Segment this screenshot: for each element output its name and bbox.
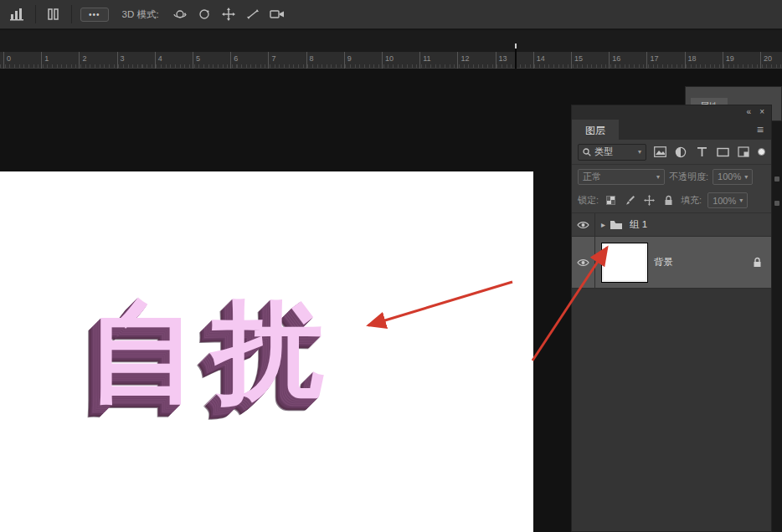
- ruler-cursor-marker: [515, 47, 517, 69]
- filter-icon-group: [652, 146, 751, 159]
- horizontal-ruler[interactable]: 01234567891011121314151617181920: [0, 52, 782, 69]
- layer-list: ▸ 组 1 背景: [572, 213, 771, 531]
- pixel-layers-filter-icon[interactable]: [652, 146, 667, 159]
- ruler-number: 17: [646, 52, 658, 69]
- toolbar-separator: [71, 5, 72, 23]
- search-icon: [583, 148, 591, 156]
- dock-icon[interactable]: [774, 176, 779, 182]
- ruler-number: 3: [117, 52, 125, 69]
- layer-row-background[interactable]: 背景: [572, 237, 771, 289]
- opacity-select[interactable]: 100% ▾: [713, 169, 753, 185]
- column-chart-icon[interactable]: [8, 7, 27, 22]
- ruler-number: 9: [344, 52, 352, 69]
- filter-type-label: 类型: [594, 146, 613, 158]
- chevron-down-icon: ▾: [656, 173, 660, 181]
- ruler-number: 10: [382, 52, 394, 69]
- 3d-camera-icon[interactable]: [270, 7, 285, 22]
- layer-name: 组 1: [630, 218, 647, 231]
- ruler-number: 6: [230, 52, 238, 69]
- ruler-number: 5: [193, 52, 200, 69]
- column-layout-icon[interactable]: [44, 7, 63, 22]
- 3d-orbit-icon[interactable]: [172, 7, 188, 22]
- blend-mode-value: 正常: [583, 171, 601, 183]
- document-canvas[interactable]: 自扰: [0, 171, 533, 532]
- panel-menu-icon[interactable]: ≡: [757, 123, 771, 140]
- ruler-number: 19: [723, 52, 734, 69]
- group-disclosure-icon[interactable]: ▸: [595, 220, 610, 229]
- toolbar-overflow-button[interactable]: •••: [80, 8, 109, 22]
- ruler-number: 4: [155, 52, 162, 69]
- smart-object-filter-icon[interactable]: [736, 146, 751, 159]
- ruler-number: 7: [268, 52, 275, 69]
- ruler-number: 1: [41, 52, 49, 69]
- chevron-down-icon: ▾: [744, 173, 748, 181]
- lock-row: 锁定: 填充: 100% ▾: [572, 188, 771, 213]
- panel-chrome-bar: « ×: [572, 105, 771, 118]
- toolbar-separator: [35, 5, 36, 23]
- layer-filter-row: 类型 ▾: [572, 140, 771, 165]
- ruler-number: 18: [685, 52, 697, 69]
- ruler-number: 11: [419, 52, 430, 69]
- folder-icon: [610, 220, 623, 230]
- layer-row-group-1[interactable]: ▸ 组 1: [572, 213, 771, 237]
- ruler-number: 20: [760, 52, 772, 69]
- lock-transparency-icon[interactable]: [605, 194, 617, 207]
- 3d-artwork-text: 自扰: [87, 279, 338, 427]
- opacity-label: 不透明度:: [669, 171, 708, 183]
- ruler-number: 13: [496, 52, 507, 69]
- lock-pixels-brush-icon[interactable]: [624, 194, 636, 207]
- chevron-down-icon: ▾: [739, 197, 743, 204]
- type-layers-filter-icon[interactable]: [694, 146, 709, 159]
- 3d-slide-icon[interactable]: [245, 7, 260, 22]
- ruler-number: 14: [533, 52, 545, 69]
- ruler-number: 12: [457, 52, 469, 69]
- close-panel-icon[interactable]: ×: [759, 108, 764, 116]
- fill-label: 填充:: [681, 194, 702, 207]
- panel-tab-bar: 图层 ≡: [572, 118, 771, 140]
- visibility-eye-icon[interactable]: [572, 213, 595, 236]
- chevron-down-icon: ▾: [638, 148, 641, 156]
- layer-filtering-toggle[interactable]: [758, 148, 765, 156]
- ruler-number: 2: [79, 52, 86, 69]
- 3d-pan-icon[interactable]: [221, 7, 236, 22]
- blend-mode-row: 正常 ▾ 不透明度: 100% ▾: [572, 165, 771, 188]
- tab-layers[interactable]: 图层: [572, 120, 619, 140]
- adjustment-layers-filter-icon[interactable]: [673, 146, 688, 159]
- blend-mode-select[interactable]: 正常 ▾: [578, 169, 665, 185]
- filter-type-select[interactable]: 类型 ▾: [578, 144, 646, 161]
- fill-value: 100%: [713, 196, 736, 206]
- lock-icon-group: [605, 194, 675, 207]
- 3d-mode-label: 3D 模式:: [122, 8, 159, 21]
- dock-strip: [772, 121, 782, 532]
- ruler-number: 16: [609, 52, 620, 69]
- document-tab-strip: [0, 30, 782, 52]
- options-bar: ••• 3D 模式:: [0, 0, 782, 29]
- 3d-mode-icon-group: [172, 7, 285, 22]
- dock-icon[interactable]: [774, 201, 779, 206]
- ruler-number: 8: [306, 52, 314, 69]
- lock-position-icon[interactable]: [643, 194, 656, 207]
- lock-label: 锁定:: [578, 194, 599, 207]
- 3d-roll-icon[interactable]: [197, 7, 212, 22]
- layers-panel: « × 图层 ≡ 类型 ▾: [571, 105, 772, 532]
- layer-thumbnail[interactable]: [602, 243, 647, 282]
- layer-list-empty-area[interactable]: [572, 289, 771, 531]
- fill-select[interactable]: 100% ▾: [707, 192, 748, 208]
- ruler-number: 15: [571, 52, 583, 69]
- ruler-number: 0: [3, 52, 11, 69]
- photoshop-window: ••• 3D 模式: 01234567891011121314151617181…: [0, 0, 782, 532]
- layer-name: 背景: [654, 256, 673, 269]
- visibility-eye-icon[interactable]: [572, 237, 595, 288]
- lock-all-icon[interactable]: [662, 194, 675, 207]
- opacity-value: 100%: [718, 171, 741, 182]
- collapse-panel-icon[interactable]: «: [747, 108, 752, 116]
- shape-layers-filter-icon[interactable]: [715, 146, 730, 159]
- background-lock-icon[interactable]: [753, 257, 762, 268]
